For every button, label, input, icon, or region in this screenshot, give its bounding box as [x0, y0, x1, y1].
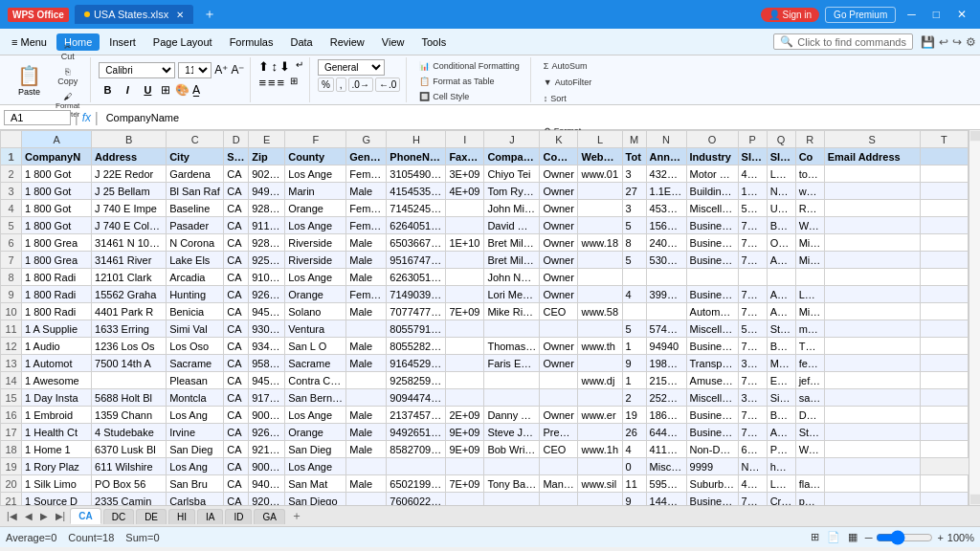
cell[interactable]: hostmaster@powerworx.net [767, 458, 795, 475]
cell[interactable]: 6503667700 [387, 234, 446, 252]
cell[interactable]: 5932 [738, 200, 767, 217]
cell[interactable]: Stat [224, 148, 249, 165]
conditional-format-button[interactable]: 📊 Conditional Formatting [414, 59, 524, 73]
cell[interactable]: 432150 [646, 165, 686, 183]
cell[interactable]: Mike.Rippey@cradiator.com [795, 303, 824, 320]
cell[interactable]: Steve Johns [484, 424, 540, 441]
cell[interactable]: 9999 [686, 458, 738, 475]
cell[interactable]: San Dieg [285, 441, 346, 458]
cell[interactable]: Steve.Johnson@1healthcomm.com [795, 424, 824, 441]
sheet-tab-DC[interactable]: DC [103, 509, 134, 524]
col-header-G[interactable]: G [346, 131, 387, 148]
cell[interactable]: 530450 [646, 252, 686, 269]
cell[interactable]: Benicia [167, 303, 224, 320]
new-tab-icon[interactable]: ＋ [203, 6, 216, 23]
cell[interactable]: CA [224, 183, 249, 200]
cell[interactable]: J 25 Bellam [92, 183, 167, 200]
cell[interactable]: Zip [249, 148, 285, 165]
cell[interactable]: 644640 [646, 424, 686, 441]
cell[interactable] [920, 165, 968, 183]
cell[interactable]: Miscellaneous [686, 320, 738, 338]
cell[interactable]: Carlsba [167, 493, 224, 506]
copy-button[interactable]: ⎘ Copy [51, 65, 84, 88]
undo-icon[interactable]: ↩ [939, 35, 948, 49]
cell[interactable]: 1 800 Radi [22, 303, 92, 320]
cell[interactable]: Marin [285, 183, 346, 200]
cell[interactable] [824, 165, 920, 183]
col-header-K[interactable]: K [540, 131, 578, 148]
cell[interactable]: Business Servi [686, 252, 738, 269]
cell[interactable]: 8 [622, 234, 646, 252]
cell[interactable] [920, 407, 968, 424]
cell[interactable]: Business Servi [686, 493, 738, 506]
cell[interactable] [646, 269, 686, 286]
cell[interactable]: Gardena [167, 165, 224, 183]
cell[interactable]: 9 [622, 493, 646, 506]
cell[interactable]: Miscellaneous [646, 458, 686, 475]
cell[interactable]: 94523-0 [249, 372, 285, 389]
cell[interactable]: Lori Meyers [484, 286, 540, 303]
cell[interactable]: 4401 Park R [92, 303, 167, 320]
cell[interactable] [920, 389, 968, 407]
cell[interactable] [824, 320, 920, 338]
cell[interactable]: 19 [622, 407, 646, 424]
cell[interactable] [920, 200, 968, 217]
search-box[interactable]: 🔍 Click to find commands [773, 33, 913, 50]
cell[interactable]: 26 [622, 424, 646, 441]
cell[interactable] [446, 389, 484, 407]
cell[interactable]: Male [346, 269, 387, 286]
cell[interactable]: CA [224, 338, 249, 355]
sheet-tab-IA[interactable]: IA [197, 509, 223, 524]
cell[interactable]: Owner [540, 269, 578, 286]
zoom-out-icon[interactable]: ─ [865, 532, 873, 543]
cell[interactable]: 2137457274 [387, 407, 446, 424]
cell[interactable]: 7349 [738, 217, 767, 234]
cell[interactable]: 92009-1 [249, 493, 285, 506]
cell[interactable]: Adverti [767, 252, 795, 269]
cell[interactable]: 1236 Los Os [92, 338, 167, 355]
cell[interactable]: Chiyo Tei [484, 165, 540, 183]
cell[interactable]: Danny Yekt [484, 407, 540, 424]
cell[interactable]: Sacrame [167, 355, 224, 372]
cell[interactable]: Busine [767, 338, 795, 355]
cell[interactable]: CompanyC [484, 148, 540, 165]
cell[interactable]: 7929 [738, 372, 767, 389]
cell[interactable]: 9 [622, 355, 646, 372]
tab-nav-next[interactable]: ▶ [37, 511, 51, 521]
font-color-icon[interactable]: A̲ [192, 83, 200, 97]
cell[interactable]: Los Ange [285, 407, 346, 424]
cell[interactable]: 1 Home 1 [22, 441, 92, 458]
cell[interactable] [578, 320, 622, 338]
cell[interactable]: Business Servi [686, 424, 738, 441]
minimize-button[interactable]: ─ [902, 8, 922, 21]
cell[interactable]: Tom Rypm [484, 183, 540, 200]
cell[interactable]: 2335 Camin [92, 493, 167, 506]
cell[interactable]: Station [767, 320, 795, 338]
cell[interactable]: Baseline [167, 200, 224, 217]
cell[interactable]: Faris Eoubi [484, 355, 540, 372]
cell[interactable]: Credit I [767, 493, 795, 506]
cell[interactable] [824, 458, 920, 475]
tab-view[interactable]: View [374, 33, 412, 51]
cell[interactable]: Tot [622, 148, 646, 165]
cell[interactable]: CA [224, 493, 249, 506]
col-header-T[interactable]: T [920, 131, 968, 148]
cell[interactable]: Industry [686, 148, 738, 165]
cell[interactable]: 453100 [646, 200, 686, 217]
cell[interactable]: 1 800 Got [22, 200, 92, 217]
cell[interactable]: Enterta [767, 372, 795, 389]
zoom-slider[interactable] [876, 530, 933, 545]
cell[interactable] [824, 407, 920, 424]
col-header-O[interactable]: O [686, 131, 738, 148]
cell[interactable]: 31461 N 100 Co [92, 234, 167, 252]
cell[interactable]: 1 800 Got [22, 183, 92, 200]
cell[interactable]: 5 [622, 217, 646, 234]
cell[interactable]: CA [224, 475, 249, 493]
sheet-tab-HI[interactable]: HI [168, 509, 195, 524]
col-header-R[interactable]: R [795, 131, 824, 148]
view-normal-icon[interactable]: ⊞ [811, 531, 819, 543]
tab-nav-last[interactable]: ▶| [53, 511, 69, 521]
scroll-down-button[interactable] [970, 495, 980, 504]
sign-in-button[interactable]: 👤 Sign in [761, 8, 820, 22]
font-family-select[interactable]: Calibri [99, 62, 175, 78]
